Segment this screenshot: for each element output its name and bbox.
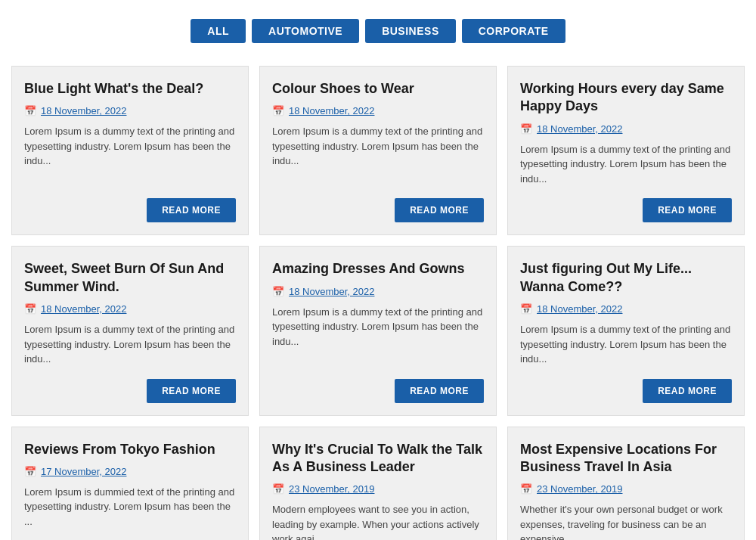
calendar-icon: 📅 [24,303,36,315]
calendar-icon: 📅 [272,483,284,495]
card-card-1: Blue Light What's the Deal?📅18 November,… [11,66,249,235]
calendar-icon: 📅 [272,286,284,297]
card-date-link[interactable]: 18 November, 2022 [289,105,374,116]
card-date-link[interactable]: 18 November, 2022 [289,286,374,297]
card-date: 📅18 November, 2022 [520,303,732,315]
filter-btn-automotive[interactable]: AUTOMOTIVE [252,19,359,43]
calendar-icon: 📅 [24,466,36,477]
card-title: Blue Light What's the Deal? [24,80,236,98]
card-date: 📅18 November, 2022 [24,105,236,116]
card-card-2: Colour Shoes to Wear📅18 November, 2022Lo… [259,66,497,235]
card-excerpt: Lorem Ipsum is a dummy text of the print… [272,305,484,367]
card-card-3: Working Hours every day Same Happy Days📅… [507,66,745,235]
card-excerpt: Lorem Ipsum is dummied text of the print… [24,485,236,540]
read-more-button[interactable]: READ MORE [147,379,236,403]
read-more-button[interactable]: READ MORE [395,379,484,403]
card-date: 📅18 November, 2022 [24,303,236,315]
read-more-button[interactable]: READ MORE [395,198,484,222]
card-date: 📅18 November, 2022 [272,286,484,297]
filter-btn-business[interactable]: BUSINESS [365,19,456,43]
card-excerpt: Modern employees want to see you in acti… [272,502,484,540]
card-title: Reviews From Tokyo Fashion [24,441,236,458]
card-card-9: Most Expensive Locations For Business Tr… [507,427,745,540]
card-excerpt: Lorem Ipsum is a dummy text of the print… [520,322,732,367]
card-date: 📅18 November, 2022 [272,105,484,116]
calendar-icon: 📅 [520,123,532,135]
card-excerpt: Lorem Ipsum is a dummy text of the print… [24,322,236,367]
card-date: 📅17 November, 2022 [24,466,236,477]
cards-grid: Blue Light What's the Deal?📅18 November,… [11,66,745,540]
card-excerpt: Lorem Ipsum is a dummy text of the print… [24,124,236,186]
card-card-7: Reviews From Tokyo Fashion📅17 November, … [11,427,249,540]
calendar-icon: 📅 [520,483,532,495]
card-date: 📅23 November, 2019 [272,483,484,495]
card-title: Just figuring Out My Life... Wanna Come?… [520,260,732,296]
card-title: Why It's Crucial To Walk the Talk As A B… [272,441,484,476]
card-excerpt: Whether it's your own personal budget or… [520,502,732,540]
card-date-link[interactable]: 23 November, 2019 [289,483,374,495]
card-card-6: Just figuring Out My Life... Wanna Come?… [507,246,745,415]
read-more-button[interactable]: READ MORE [643,379,732,403]
card-excerpt: Lorem Ipsum is a dummy text of the print… [520,142,732,187]
card-title: Most Expensive Locations For Business Tr… [520,441,732,476]
card-date-link[interactable]: 18 November, 2022 [41,105,126,116]
card-excerpt: Lorem Ipsum is a dummy text of the print… [272,124,484,186]
card-date: 📅18 November, 2022 [520,123,732,135]
read-more-button[interactable]: READ MORE [147,198,236,222]
calendar-icon: 📅 [24,105,36,116]
card-date-link[interactable]: 18 November, 2022 [537,123,622,135]
card-date-link[interactable]: 17 November, 2022 [41,466,126,477]
card-title: Sweet, Sweet Burn Of Sun And Summer Wind… [24,260,236,296]
card-card-4: Sweet, Sweet Burn Of Sun And Summer Wind… [11,246,249,415]
calendar-icon: 📅 [272,105,284,116]
card-date: 📅23 November, 2019 [520,483,732,495]
card-title: Amazing Dresses And Gowns [272,260,484,278]
filter-btn-corporate[interactable]: CORPORATE [462,19,565,43]
card-title: Colour Shoes to Wear [272,80,484,98]
card-date-link[interactable]: 18 November, 2022 [41,303,126,315]
filter-bar: ALLAUTOMOTIVEBUSINESSCORPORATE [11,11,745,51]
card-date-link[interactable]: 18 November, 2022 [537,303,622,315]
card-card-8: Why It's Crucial To Walk the Talk As A B… [259,427,497,540]
card-card-5: Amazing Dresses And Gowns📅18 November, 2… [259,246,497,415]
card-date-link[interactable]: 23 November, 2019 [537,483,622,495]
calendar-icon: 📅 [520,303,532,315]
filter-btn-all[interactable]: ALL [191,19,246,43]
read-more-button[interactable]: READ MORE [643,198,732,222]
card-title: Working Hours every day Same Happy Days [520,80,732,116]
